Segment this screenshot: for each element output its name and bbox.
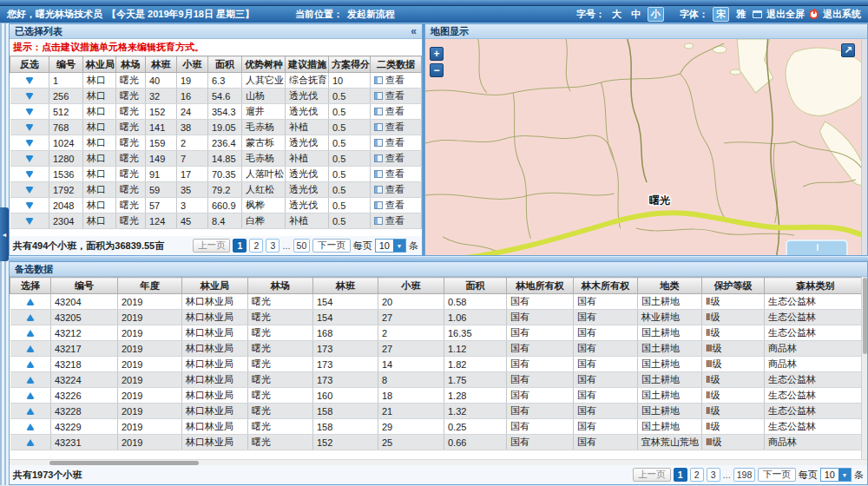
row-cell[interactable]: 透光伐 bbox=[286, 89, 329, 104]
select-row-icon[interactable] bbox=[26, 314, 35, 321]
font-size-medium-button[interactable]: 中 bbox=[628, 8, 643, 21]
map-panel: 地图显示 bbox=[424, 23, 868, 256]
row-cell[interactable]: 透光伐 bbox=[286, 182, 329, 198]
select-row-icon[interactable] bbox=[26, 424, 35, 430]
next-page-button[interactable]: 下一页 bbox=[758, 468, 796, 482]
view-link[interactable]: 查看 bbox=[385, 122, 404, 132]
next-page-button[interactable]: 下一页 bbox=[312, 239, 351, 253]
deselect-row-icon[interactable] bbox=[25, 108, 34, 115]
view-link[interactable]: 查看 bbox=[385, 106, 404, 116]
map-expand-button[interactable]: ↗ bbox=[841, 43, 855, 57]
row-cell: 国有 bbox=[574, 388, 638, 404]
font-family-song-button[interactable]: 宋 bbox=[713, 7, 729, 22]
location-value: 发起新流程 bbox=[347, 8, 395, 21]
deselect-row-icon[interactable] bbox=[25, 187, 34, 194]
deselect-row-icon[interactable] bbox=[25, 93, 34, 100]
row-cell: 0.5 bbox=[329, 213, 371, 229]
page-button[interactable]: 1 bbox=[674, 468, 687, 482]
select-row-icon[interactable] bbox=[26, 408, 35, 415]
select-row-icon[interactable] bbox=[26, 377, 35, 384]
last-page-button[interactable]: 50 bbox=[293, 239, 311, 253]
prev-page-button[interactable]: 上一页 bbox=[193, 239, 231, 253]
row-cell[interactable]: 综合抚育 bbox=[286, 73, 329, 89]
row-cell[interactable]: 透光伐 bbox=[286, 167, 329, 182]
row-cell: 曙光 bbox=[248, 435, 313, 450]
map-zoom-out-button[interactable]: − bbox=[430, 63, 444, 77]
deselect-row-icon[interactable] bbox=[25, 140, 34, 147]
select-row-icon[interactable] bbox=[26, 439, 35, 446]
page-button[interactable]: 2 bbox=[690, 468, 704, 482]
col-invert-select: 反选 bbox=[10, 56, 49, 73]
view-link[interactable]: 查看 bbox=[385, 153, 404, 163]
view-link[interactable]: 查看 bbox=[385, 137, 404, 148]
row-cell: 2019 bbox=[118, 310, 182, 325]
table-row: 2304林口曙光124458.4白桦补植0.5查看 bbox=[10, 213, 422, 229]
view-link[interactable]: 查看 bbox=[385, 215, 404, 226]
view-link[interactable]: 查看 bbox=[385, 75, 404, 85]
col-subcompartment: 小班 bbox=[378, 278, 444, 294]
view-link[interactable]: 查看 bbox=[385, 168, 404, 179]
map-vertical-scrollbar[interactable] bbox=[861, 39, 867, 255]
grid-icon bbox=[374, 76, 383, 84]
exit-system-button[interactable]: 退出系统 bbox=[823, 8, 861, 21]
page-button[interactable]: 2 bbox=[249, 239, 263, 253]
map-overlay-control[interactable] bbox=[786, 240, 848, 255]
font-family-ya-button[interactable]: 雅 bbox=[733, 8, 748, 21]
candidate-pagination: 上一页123...198下一页每页10▼条 bbox=[633, 468, 864, 482]
chevron-down-icon[interactable]: ▼ bbox=[838, 469, 851, 481]
row-cell[interactable]: 补植 bbox=[286, 213, 329, 229]
select-row-icon[interactable] bbox=[26, 330, 35, 337]
row-cell: 10 bbox=[329, 73, 371, 89]
map-canvas[interactable]: 曙光 + − ↗ bbox=[425, 39, 867, 255]
row-cell: 曙光 bbox=[116, 73, 146, 89]
row-cell[interactable]: 透光伐 bbox=[286, 135, 329, 151]
select-row-icon[interactable] bbox=[26, 361, 35, 368]
row-cell: 人落叶松 bbox=[242, 167, 286, 182]
collapse-panel-icon[interactable]: « bbox=[411, 25, 417, 37]
row-cell: 曙光 bbox=[116, 213, 146, 229]
row-cell[interactable]: 透光伐 bbox=[286, 198, 329, 213]
deselect-row-icon[interactable] bbox=[25, 171, 34, 178]
page-button[interactable]: 1 bbox=[233, 239, 247, 253]
deselect-row-icon[interactable] bbox=[25, 124, 34, 131]
col-forest-farm: 林场 bbox=[248, 278, 313, 294]
col-year: 年度 bbox=[118, 278, 182, 294]
prev-page-button[interactable]: 上一页 bbox=[633, 468, 671, 482]
horizontal-scrollbar[interactable] bbox=[10, 459, 867, 465]
chevron-down-icon[interactable]: ▼ bbox=[393, 240, 405, 252]
row-cell: 商品林 bbox=[765, 341, 867, 357]
font-size-small-button[interactable]: 小 bbox=[648, 7, 664, 22]
row-cell: 林口林业局 bbox=[182, 419, 248, 435]
exit-fullscreen-button[interactable]: 退出全屏 bbox=[766, 8, 805, 21]
panel-collapse-handle[interactable]: ◄ bbox=[0, 207, 9, 261]
selected-count-text: 共有494个小班，面积为36839.55亩 bbox=[13, 240, 164, 253]
row-cell: 2019 bbox=[118, 294, 182, 310]
select-row-icon[interactable] bbox=[26, 345, 35, 352]
row-cell[interactable]: 透光伐 bbox=[286, 104, 329, 120]
select-row-icon[interactable] bbox=[26, 392, 35, 399]
deselect-row-icon[interactable] bbox=[25, 218, 34, 225]
vertical-scrollbar[interactable] bbox=[861, 277, 867, 459]
deselect-row-icon[interactable] bbox=[25, 77, 34, 84]
row-cell: 35 bbox=[177, 182, 208, 198]
type2-data-cell: 查看 bbox=[371, 213, 422, 229]
table-row: 256林口曙光321654.6山杨透光伐0.5查看 bbox=[10, 89, 422, 104]
per-page-select[interactable]: 10▼ bbox=[820, 468, 852, 482]
per-page-select[interactable]: 10▼ bbox=[375, 239, 406, 253]
row-cell[interactable]: 补植 bbox=[286, 120, 329, 135]
font-size-large-button[interactable]: 大 bbox=[609, 8, 624, 21]
row-cell: 曙光 bbox=[116, 135, 146, 151]
row-cell: 0.66 bbox=[444, 435, 507, 450]
page-button[interactable]: 3 bbox=[707, 468, 720, 482]
page-button[interactable]: 3 bbox=[266, 239, 279, 253]
view-link[interactable]: 查看 bbox=[385, 184, 404, 194]
view-link[interactable]: 查看 bbox=[385, 90, 404, 101]
map-zoom-in-button[interactable]: + bbox=[430, 47, 444, 61]
deselect-row-icon[interactable] bbox=[25, 155, 34, 162]
view-link[interactable]: 查看 bbox=[385, 200, 404, 210]
row-cell[interactable]: 补植 bbox=[286, 151, 329, 167]
row-select-cell bbox=[10, 198, 49, 213]
select-row-icon[interactable] bbox=[26, 299, 35, 305]
last-page-button[interactable]: 198 bbox=[733, 468, 756, 482]
deselect-row-icon[interactable] bbox=[25, 202, 34, 209]
